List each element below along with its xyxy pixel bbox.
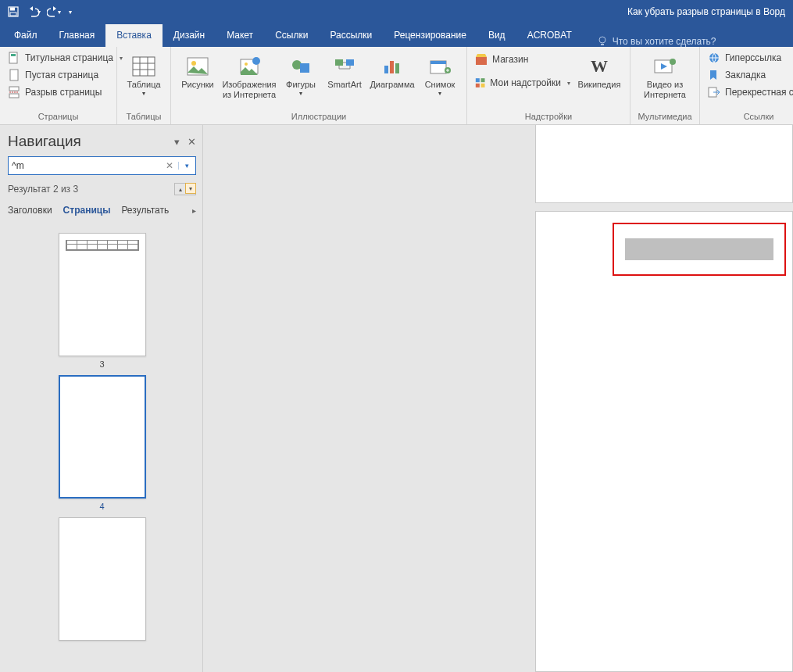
group-media-label: Мультимедиа — [635, 110, 695, 123]
page-break-icon — [8, 86, 20, 98]
group-illustrations: Рисунки Изображения из Интернета Фигуры … — [171, 47, 467, 124]
group-links: Гиперссылка Закладка Перекрестная ссылка… — [700, 47, 793, 124]
bookmark-icon — [708, 69, 720, 81]
table-label: Таблица — [127, 80, 160, 90]
quick-access-toolbar: ▾ ▾ ▾ — [0, 3, 81, 20]
nav-tab-headings[interactable]: Заголовки — [8, 203, 52, 217]
tab-layout[interactable]: Макет — [216, 24, 264, 47]
svg-rect-18 — [346, 59, 354, 66]
hyperlink-button[interactable]: Гиперссылка — [705, 50, 793, 66]
nav-tab-pages[interactable]: Страницы — [63, 203, 111, 217]
title-bar: ▾ ▾ ▾ Как убрать разрыв страницы в Ворд — [0, 0, 793, 23]
search-clear-button[interactable]: ✕ — [161, 160, 178, 171]
ribbon-tabs: Файл Главная Вставка Дизайн Макет Ссылки… — [0, 23, 793, 47]
crossref-label: Перекрестная ссылка — [725, 87, 793, 98]
wikipedia-button[interactable]: W Википедия — [573, 50, 625, 90]
search-input[interactable] — [12, 160, 156, 171]
cover-page-label: Титульная страница — [25, 52, 113, 63]
navigation-title: Навигация — [8, 133, 81, 150]
tell-me-box[interactable]: Что вы хотите сделать? — [597, 36, 716, 47]
table-button[interactable]: Таблица ▾ — [122, 50, 166, 97]
addins-icon — [475, 77, 485, 89]
undo-button[interactable]: ▾ — [25, 3, 42, 20]
tab-review[interactable]: Рецензирование — [383, 24, 477, 47]
online-video-button[interactable]: Видео из Интернета — [635, 50, 695, 99]
page-break-label: Разрыв страницы — [25, 87, 102, 98]
blank-page-button[interactable]: Пустая страница — [5, 67, 126, 83]
nav-tab-results[interactable]: Результать — [121, 203, 169, 217]
tab-design[interactable]: Дизайн — [163, 24, 216, 47]
next-result-button[interactable]: ▾ — [185, 183, 196, 194]
group-pages-label: Страницы — [5, 110, 112, 123]
table-icon — [132, 56, 155, 77]
group-media: Видео из Интернета Мультимедиа — [630, 47, 700, 124]
search-options-button[interactable]: ▾ — [178, 162, 195, 170]
pictures-button[interactable]: Рисунки — [176, 50, 220, 90]
page-break-button[interactable]: Разрыв страницы — [5, 84, 126, 100]
wikipedia-icon: W — [591, 56, 608, 76]
group-tables-label: Таблицы — [122, 110, 166, 123]
smartart-button[interactable]: SmartArt — [323, 50, 366, 90]
svg-rect-7 — [9, 87, 19, 91]
blank-page-label: Пустая страница — [25, 70, 98, 80]
store-label: Магазин — [492, 54, 528, 65]
page-thumbnails: 34 — [8, 217, 196, 672]
document-area[interactable] — [203, 125, 793, 672]
shapes-icon — [291, 57, 311, 76]
chart-button[interactable]: Диаграмма — [366, 50, 418, 90]
nav-close-button[interactable]: ✕ — [188, 136, 196, 148]
qat-customize-button[interactable]: ▾ — [66, 3, 77, 20]
tab-acrobat[interactable]: ACROBAT — [516, 24, 583, 47]
tab-mailings[interactable]: Рассылки — [319, 24, 383, 47]
store-button[interactable]: Магазин — [472, 52, 573, 67]
shapes-label: Фигуры — [286, 80, 316, 90]
my-addins-button[interactable]: Мои надстройки▾ — [472, 75, 573, 91]
store-icon — [475, 53, 488, 66]
tab-home[interactable]: Главная — [48, 24, 106, 47]
online-pictures-button[interactable]: Изображения из Интернета — [220, 50, 279, 99]
screenshot-button[interactable]: Снимок ▾ — [418, 50, 462, 97]
svg-rect-20 — [390, 61, 394, 73]
svg-rect-9 — [133, 57, 155, 76]
hyperlink-icon — [708, 52, 720, 64]
tab-file[interactable]: Файл — [3, 24, 48, 47]
page-preview-main — [535, 211, 793, 672]
shapes-button[interactable]: Фигуры ▾ — [279, 50, 323, 97]
tab-insert[interactable]: Вставка — [105, 24, 163, 47]
svg-rect-26 — [476, 78, 480, 82]
svg-point-3 — [599, 37, 605, 43]
tab-references[interactable]: Ссылки — [264, 24, 319, 47]
search-box[interactable]: ✕ ▾ — [8, 156, 196, 175]
nav-tabs-more-button[interactable]: ▸ — [192, 206, 196, 215]
crossref-button[interactable]: Перекрестная ссылка — [705, 84, 793, 100]
hyperlink-label: Гиперссылка — [725, 52, 781, 63]
prev-result-button[interactable]: ▴ — [175, 184, 186, 195]
svg-rect-8 — [9, 94, 19, 98]
group-links-label: Ссылки — [705, 110, 793, 123]
svg-rect-1 — [10, 8, 15, 11]
group-addins: Магазин Мои надстройки▾ W Википедия Надс… — [467, 47, 630, 124]
video-label-1: Видео из — [647, 80, 683, 90]
page-thumbnail[interactable] — [59, 517, 146, 641]
cover-page-button[interactable]: Титульная страница▾ — [5, 50, 126, 66]
page-thumbnail[interactable]: 3 — [59, 233, 146, 369]
save-button[interactable] — [5, 3, 22, 20]
svg-rect-21 — [395, 63, 399, 73]
svg-rect-2 — [10, 13, 16, 16]
svg-point-13 — [245, 63, 248, 66]
page-thumbnail[interactable]: 4 — [59, 375, 146, 511]
bookmark-button[interactable]: Закладка — [705, 67, 793, 83]
workspace: Навигация ▾ ✕ ✕ ▾ Результат 2 из 3 ▴ ▾ З… — [0, 125, 793, 672]
result-count-label: Результат 2 из 3 — [8, 184, 78, 195]
svg-rect-27 — [481, 78, 485, 82]
svg-rect-6 — [10, 70, 18, 80]
screenshot-icon — [429, 58, 451, 75]
nav-dropdown-button[interactable]: ▾ — [174, 136, 180, 148]
svg-rect-19 — [384, 66, 388, 73]
chevron-down-icon: ▾ — [69, 9, 72, 16]
highlight-box — [613, 223, 786, 276]
redo-button[interactable]: ▾ — [45, 3, 63, 20]
tab-view[interactable]: Вид — [477, 24, 516, 47]
svg-rect-23 — [430, 61, 446, 64]
smartart-label: SmartArt — [327, 80, 361, 90]
